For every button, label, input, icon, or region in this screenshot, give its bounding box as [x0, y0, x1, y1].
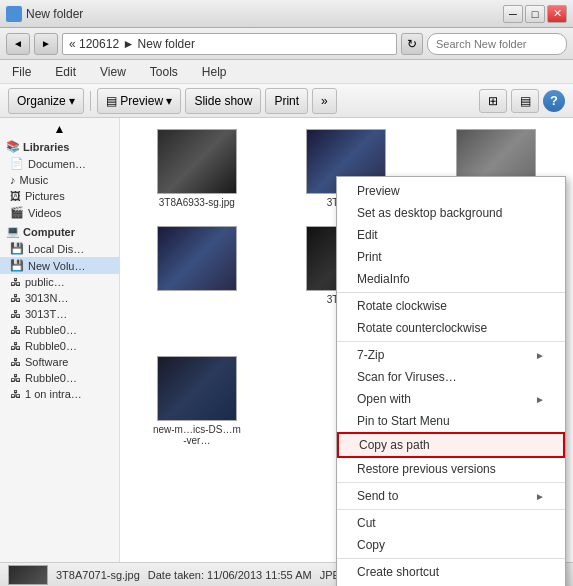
3013t-icon: 🖧 — [10, 308, 21, 320]
sidebar-item-3013t[interactable]: 🖧 3013T… — [0, 306, 119, 322]
sidebar-section-computer: 💻 Computer — [0, 221, 119, 240]
ctx-rotate-cw[interactable]: Rotate clockwise — [337, 295, 565, 317]
status-date-taken: Date taken: 11/06/2013 11:55 AM — [148, 569, 312, 581]
ctx-separator-4 — [337, 509, 565, 510]
file-thumbnail-6 — [157, 356, 237, 421]
sidebar-item-rubble0c[interactable]: 🖧 Rubble0… — [0, 370, 119, 386]
ctx-separator-3 — [337, 482, 565, 483]
file-item-0[interactable]: 3T8A6933-sg.jpg — [124, 122, 270, 215]
file-item-3[interactable] — [124, 219, 270, 345]
status-filename: 3T8A7071-sg.jpg — [56, 569, 140, 581]
preview-button[interactable]: ▤ Preview ▾ — [97, 88, 181, 114]
sidebar-item-new-volume[interactable]: 💾 New Volu… — [0, 257, 119, 274]
context-menu: Preview Set as desktop background Edit P… — [336, 176, 566, 586]
music-icon: ♪ — [10, 174, 16, 186]
file-item-6[interactable]: new-m…ics-DS…m-ver… — [124, 349, 270, 453]
menu-view[interactable]: View — [96, 63, 130, 81]
toolbar: Organize ▾ ▤ Preview ▾ Slide show Print … — [0, 84, 573, 118]
computer-label: Computer — [23, 226, 75, 238]
menu-bar: File Edit View Tools Help — [0, 60, 573, 84]
rubble0c-icon: 🖧 — [10, 372, 21, 384]
new-volume-icon: 💾 — [10, 259, 24, 272]
sidebar-item-pictures[interactable]: 🖼 Pictures — [0, 188, 119, 204]
ctx-copy-path[interactable]: Copy as path — [337, 432, 565, 458]
sidebar-item-software[interactable]: 🖧 Software — [0, 354, 119, 370]
status-thumbnail — [8, 565, 48, 585]
ctx-separator-1 — [337, 292, 565, 293]
window-controls[interactable]: ─ □ ✕ — [503, 5, 567, 23]
toolbar-separator — [90, 91, 91, 111]
menu-help[interactable]: Help — [198, 63, 231, 81]
ctx-7zip[interactable]: 7-Zip ► — [337, 344, 565, 366]
ctx-send-to-arrow: ► — [535, 491, 545, 502]
search-input[interactable] — [436, 38, 573, 50]
sidebar: ▲ 📚 Libraries 📄 Documen… ♪ Music 🖼 Pictu… — [0, 118, 120, 562]
sidebar-item-1-on-intra[interactable]: 🖧 1 on intra… — [0, 386, 119, 402]
sidebar-item-videos[interactable]: 🎬 Videos — [0, 204, 119, 221]
print-button[interactable]: Print — [265, 88, 308, 114]
libraries-label: Libraries — [23, 141, 69, 153]
ctx-set-desktop[interactable]: Set as desktop background — [337, 202, 565, 224]
ctx-create-shortcut[interactable]: Create shortcut — [337, 561, 565, 583]
slideshow-button[interactable]: Slide show — [185, 88, 261, 114]
title-bar: New folder ─ □ ✕ — [0, 0, 573, 28]
ctx-separator-5 — [337, 558, 565, 559]
file-name-0: 3T8A6933-sg.jpg — [159, 197, 235, 208]
documents-icon: 📄 — [10, 157, 24, 170]
menu-edit[interactable]: Edit — [51, 63, 80, 81]
menu-file[interactable]: File — [8, 63, 35, 81]
ctx-edit[interactable]: Edit — [337, 224, 565, 246]
ctx-rotate-ccw[interactable]: Rotate counterclockwise — [337, 317, 565, 339]
computer-icon: 💻 — [6, 225, 20, 238]
ctx-separator-2 — [337, 341, 565, 342]
3013n-icon: 🖧 — [10, 292, 21, 304]
ctx-restore[interactable]: Restore previous versions — [337, 458, 565, 480]
close-button[interactable]: ✕ — [547, 5, 567, 23]
file-thumbnail-3 — [157, 226, 237, 291]
ctx-open-with[interactable]: Open with ► — [337, 388, 565, 410]
ctx-copy[interactable]: Copy — [337, 534, 565, 556]
menu-tools[interactable]: Tools — [146, 63, 182, 81]
search-box[interactable]: 🔍 — [427, 33, 567, 55]
file-name-6: new-m…ics-DS…m-ver… — [152, 424, 242, 446]
ctx-preview[interactable]: Preview — [337, 180, 565, 202]
ctx-open-with-arrow: ► — [535, 394, 545, 405]
address-path[interactable]: « 120612 ► New folder — [62, 33, 397, 55]
view-pane-button[interactable]: ▤ — [511, 89, 539, 113]
ctx-send-to[interactable]: Send to ► — [337, 485, 565, 507]
ctx-cut[interactable]: Cut — [337, 512, 565, 534]
videos-icon: 🎬 — [10, 206, 24, 219]
window-title: New folder — [26, 7, 83, 21]
ctx-pin-start[interactable]: Pin to Start Menu — [337, 410, 565, 432]
forward-button[interactable]: ► — [34, 33, 58, 55]
sidebar-item-public[interactable]: 🖧 public… — [0, 274, 119, 290]
pictures-icon: 🖼 — [10, 190, 21, 202]
ctx-scan[interactable]: Scan for Viruses… — [337, 366, 565, 388]
ctx-print[interactable]: Print — [337, 246, 565, 268]
sidebar-scroll-up[interactable]: ▲ — [0, 122, 119, 136]
window-icon — [6, 6, 22, 22]
address-bar: ◄ ► « 120612 ► New folder ↻ 🔍 — [0, 28, 573, 60]
sidebar-item-3013n[interactable]: 🖧 3013N… — [0, 290, 119, 306]
local-disk-icon: 💾 — [10, 242, 24, 255]
sidebar-item-local-disk[interactable]: 💾 Local Dis… — [0, 240, 119, 257]
refresh-button[interactable]: ↻ — [401, 33, 423, 55]
rubble0b-icon: 🖧 — [10, 340, 21, 352]
sidebar-item-music[interactable]: ♪ Music — [0, 172, 119, 188]
ctx-mediainfo[interactable]: MediaInfo — [337, 268, 565, 290]
public-icon: 🖧 — [10, 276, 21, 288]
organize-button[interactable]: Organize ▾ — [8, 88, 84, 114]
sidebar-item-rubble0a[interactable]: 🖧 Rubble0… — [0, 322, 119, 338]
help-button[interactable]: ? — [543, 90, 565, 112]
back-button[interactable]: ◄ — [6, 33, 30, 55]
libraries-icon: 📚 — [6, 140, 20, 153]
maximize-button[interactable]: □ — [525, 5, 545, 23]
view-toggle-button[interactable]: ⊞ — [479, 89, 507, 113]
more-button[interactable]: » — [312, 88, 337, 114]
sidebar-section-libraries: 📚 Libraries — [0, 136, 119, 155]
1-on-intra-icon: 🖧 — [10, 388, 21, 400]
rubble0a-icon: 🖧 — [10, 324, 21, 336]
sidebar-item-rubble0b[interactable]: 🖧 Rubble0… — [0, 338, 119, 354]
minimize-button[interactable]: ─ — [503, 5, 523, 23]
sidebar-item-documents[interactable]: 📄 Documen… — [0, 155, 119, 172]
